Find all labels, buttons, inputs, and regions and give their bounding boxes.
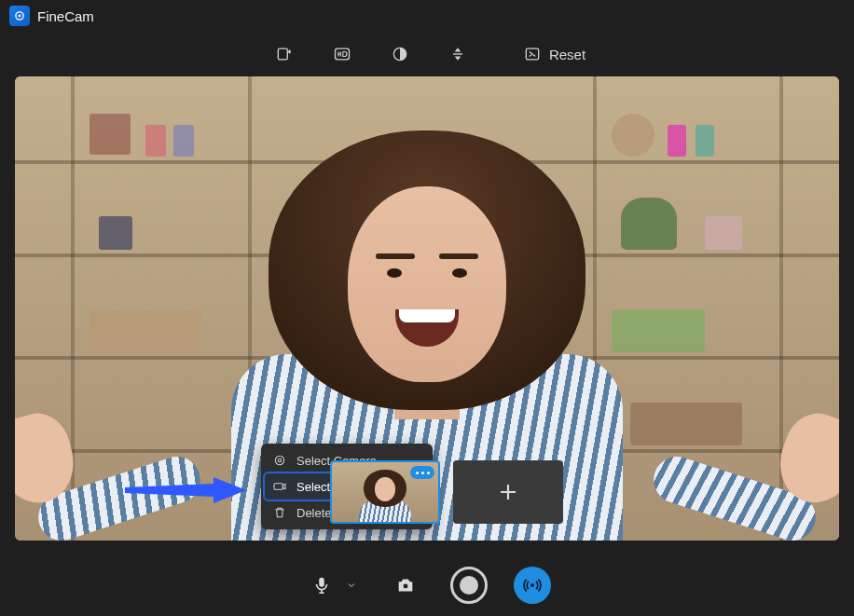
flip-vertical-icon[interactable] <box>442 38 474 70</box>
reset-label: Reset <box>549 47 585 62</box>
app-logo-icon <box>9 6 30 26</box>
hd-icon[interactable] <box>326 38 358 70</box>
svg-point-11 <box>403 583 408 589</box>
scene-thumbnail[interactable] <box>330 460 440 524</box>
svg-rect-9 <box>274 484 282 490</box>
mic-control <box>303 567 361 604</box>
broadcast-icon <box>522 575 543 595</box>
rotate-icon[interactable] <box>269 38 300 70</box>
video-preview[interactable]: Select Camera Select Phone Camera Delete… <box>15 76 839 541</box>
chevron-down-icon <box>346 580 357 591</box>
camera-icon <box>395 575 416 595</box>
svg-rect-2 <box>278 48 287 60</box>
top-toolbar: Reset <box>0 32 854 76</box>
reset-button[interactable]: Reset <box>523 45 585 63</box>
svg-point-8 <box>278 459 281 461</box>
scene-options-icon[interactable] <box>410 466 434 479</box>
svg-point-12 <box>530 583 534 587</box>
svg-rect-10 <box>319 578 324 587</box>
svg-point-1 <box>19 15 21 18</box>
bottom-control-bar <box>0 554 854 616</box>
add-scene-button[interactable] <box>453 460 563 524</box>
app-name: FineCam <box>37 8 94 24</box>
contrast-icon[interactable] <box>384 38 416 70</box>
stream-button[interactable] <box>514 567 551 604</box>
titlebar: FineCam <box>0 0 854 32</box>
reset-icon <box>523 45 542 63</box>
microphone-button[interactable] <box>303 567 340 604</box>
plus-icon <box>497 481 519 503</box>
snapshot-button[interactable] <box>387 567 424 604</box>
microphone-icon <box>311 575 332 595</box>
record-icon <box>460 576 478 595</box>
microphone-dropdown[interactable] <box>342 567 361 604</box>
svg-point-7 <box>275 456 283 464</box>
record-button[interactable] <box>450 567 488 604</box>
scene-tray <box>330 460 563 524</box>
